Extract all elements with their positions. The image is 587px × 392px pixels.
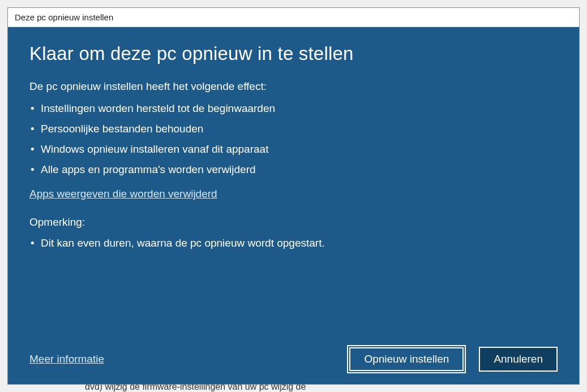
reset-button[interactable]: Opnieuw instellen bbox=[349, 347, 464, 372]
effect-item: Windows opnieuw installeren vanaf dit ap… bbox=[29, 139, 558, 160]
apps-removed-link[interactable]: Apps weergeven die worden verwijderd bbox=[29, 188, 217, 200]
intro-text: De pc opnieuw instellen heeft het volgen… bbox=[29, 80, 558, 93]
note-item: Dit kan even duren, waarna de pc opnieuw… bbox=[29, 234, 558, 252]
effect-item: Alle apps en programma's worden verwijde… bbox=[29, 160, 558, 180]
reset-pc-dialog: Deze pc opnieuw instellen Klaar om deze … bbox=[7, 7, 580, 385]
note-label: Opmerking: bbox=[29, 216, 558, 229]
cancel-button[interactable]: Annuleren bbox=[479, 347, 558, 372]
notes-list: Dit kan even duren, waarna de pc opnieuw… bbox=[29, 234, 558, 252]
effect-item: Persoonlijke bestanden behouden bbox=[29, 119, 558, 139]
effects-list: Instellingen worden hersteld tot de begi… bbox=[29, 98, 558, 180]
dialog-content: Klaar om deze pc opnieuw in te stellen D… bbox=[8, 27, 579, 384]
effect-item: Instellingen worden hersteld tot de begi… bbox=[29, 98, 558, 119]
dialog-footer: Meer informatie Opnieuw instellen Annule… bbox=[29, 340, 558, 372]
page-heading: Klaar om deze pc opnieuw in te stellen bbox=[29, 43, 558, 64]
more-info-link[interactable]: Meer informatie bbox=[29, 353, 104, 365]
window-title: Deze pc opnieuw instellen bbox=[8, 8, 579, 27]
